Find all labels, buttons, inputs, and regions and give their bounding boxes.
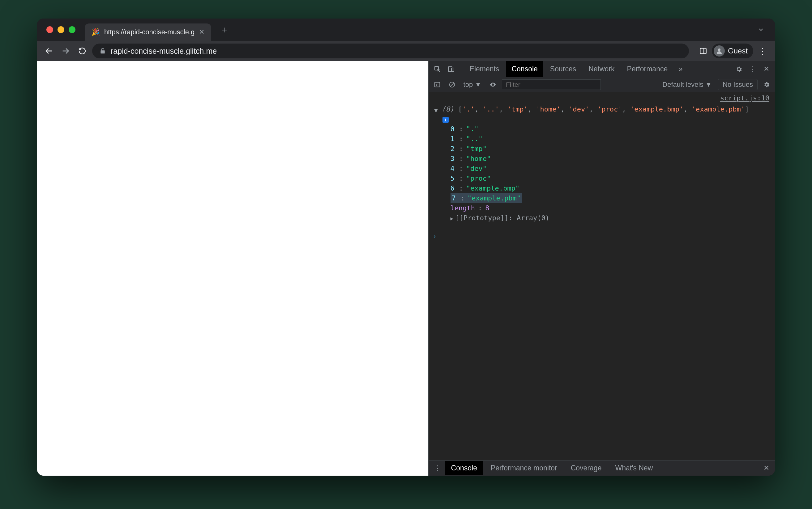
drawer-tab-coverage[interactable]: Coverage — [565, 461, 608, 475]
drawer-tab-performance-monitor[interactable]: Performance monitor — [485, 461, 563, 475]
length-value: 8 — [485, 203, 489, 213]
source-link[interactable]: script.js:10 — [429, 93, 775, 104]
profile-button[interactable]: Guest — [712, 43, 753, 58]
devtools-settings-button[interactable] — [733, 63, 745, 75]
drawer-menu-button[interactable]: ⋮ — [431, 462, 444, 474]
array-entry[interactable]: 0: "." — [450, 124, 769, 134]
new-tab-button[interactable]: ＋ — [217, 23, 231, 36]
page-viewport[interactable] — [37, 61, 428, 476]
profile-label: Guest — [728, 47, 748, 55]
forward-button[interactable] — [59, 44, 72, 58]
array-entry[interactable]: 3: "home" — [450, 154, 769, 164]
devtools-tab-sources[interactable]: Sources — [544, 61, 582, 77]
window-close-button[interactable] — [46, 26, 53, 33]
prototype-row[interactable]: ▶[[Prototype]]: Array(0) — [450, 213, 769, 224]
console-output[interactable]: script.js:10 ▼ (8) ['.', '..', 'tmp', 'h… — [429, 92, 775, 460]
array-entry[interactable]: 5: "proc" — [450, 174, 769, 183]
devtools-tab-network[interactable]: Network — [583, 61, 620, 77]
console-settings-button[interactable] — [761, 79, 773, 91]
levels-label: Default levels — [662, 80, 703, 89]
drawer-tab-whats-new[interactable]: What's New — [609, 461, 659, 475]
device-toolbar-button[interactable] — [445, 63, 457, 75]
array-entry[interactable]: 7: "example.pbm" — [450, 193, 522, 203]
url-text: rapid-concise-muscle.glitch.me — [111, 47, 217, 56]
window-minimize-button[interactable] — [58, 26, 64, 33]
clear-console-button[interactable] — [446, 79, 458, 91]
browser-toolbar: rapid-concise-muscle.glitch.me Guest ⋮ — [37, 41, 775, 61]
devtools-menu-button[interactable]: ⋮ — [746, 63, 759, 75]
inspect-element-button[interactable] — [431, 63, 444, 75]
array-entry[interactable]: 4: "dev" — [450, 164, 769, 174]
array-entry[interactable]: 1: ".." — [450, 134, 769, 144]
tab-search-button[interactable] — [757, 26, 764, 33]
browser-tab[interactable]: 🎉 https://rapid-concise-muscle.g ✕ — [85, 24, 211, 41]
devtools-tab-elements[interactable]: Elements — [464, 61, 505, 77]
log-levels-selector[interactable]: Default levels ▼ — [659, 80, 715, 89]
tab-title: https://rapid-concise-muscle.g — [104, 28, 194, 36]
console-filter-input[interactable] — [502, 79, 601, 90]
log-message: ▼ (8) ['.', '..', 'tmp', 'home', 'dev', … — [429, 104, 775, 224]
content-area: Elements Console Sources Network Perform… — [37, 61, 775, 476]
execution-context-selector[interactable]: top ▼ — [461, 80, 484, 89]
context-label: top — [464, 80, 473, 89]
tab-close-button[interactable]: ✕ — [199, 28, 205, 36]
console-toolbar: top ▼ Default levels ▼ No Issues — [429, 77, 775, 92]
info-badge-icon[interactable]: i — [442, 117, 449, 123]
length-key: length — [450, 203, 475, 213]
array-entry[interactable]: 2: "tmp" — [450, 144, 769, 154]
array-entries: 0: "."1: ".."2: "tmp"3: "home"4: "dev"5:… — [442, 124, 769, 203]
chevron-down-icon: ▼ — [475, 80, 481, 89]
array-summary[interactable]: (8) ['.', '..', 'tmp', 'home', 'dev', 'p… — [442, 104, 769, 114]
more-tabs-button[interactable]: » — [675, 63, 687, 75]
drawer-tab-console[interactable]: Console — [445, 461, 483, 475]
svg-point-4 — [718, 48, 720, 51]
console-sidebar-toggle[interactable] — [431, 79, 443, 91]
avatar-icon — [714, 45, 725, 57]
reload-button[interactable] — [75, 44, 89, 58]
chevron-down-icon: ▼ — [705, 80, 712, 89]
disclosure-triangle-icon[interactable]: ▶ — [450, 215, 454, 222]
disclosure-triangle[interactable]: ▼ — [434, 104, 442, 115]
devtools-tab-console[interactable]: Console — [506, 61, 543, 77]
devtools-tabbar: Elements Console Sources Network Perform… — [429, 61, 775, 77]
devtools-panel: Elements Console Sources Network Perform… — [428, 61, 775, 476]
issues-button[interactable]: No Issues — [718, 79, 757, 90]
browser-window: 🎉 https://rapid-concise-muscle.g ✕ ＋ rap… — [37, 19, 775, 476]
side-panel-button[interactable] — [696, 44, 710, 58]
drawer-close-button[interactable]: ✕ — [760, 462, 773, 474]
lock-icon — [100, 48, 106, 54]
console-prompt[interactable]: › — [429, 228, 775, 244]
devtools-drawer: ⋮ Console Performance monitor Coverage W… — [429, 460, 775, 476]
live-expression-button[interactable] — [487, 79, 499, 91]
address-bar[interactable]: rapid-concise-muscle.glitch.me — [92, 43, 689, 58]
array-entry[interactable]: 6: "example.bmp" — [450, 183, 769, 193]
svg-rect-2 — [700, 48, 706, 54]
back-button[interactable] — [42, 44, 56, 58]
browser-menu-button[interactable]: ⋮ — [755, 46, 770, 56]
svg-line-10 — [450, 83, 454, 86]
devtools-tab-performance[interactable]: Performance — [622, 61, 674, 77]
prompt-chevron-icon: › — [433, 231, 437, 241]
tab-strip: 🎉 https://rapid-concise-muscle.g ✕ ＋ — [37, 19, 775, 41]
window-controls — [46, 26, 75, 33]
tab-favicon-icon: 🎉 — [92, 28, 100, 36]
devtools-close-button[interactable]: ✕ — [760, 63, 773, 75]
window-maximize-button[interactable] — [69, 26, 75, 33]
